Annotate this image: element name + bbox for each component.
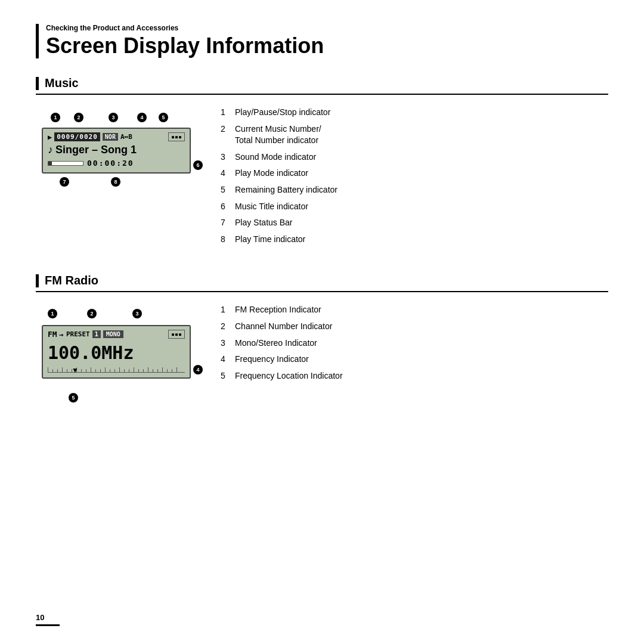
freq-tick [100,369,101,372]
music-ann-7: 7 [60,177,69,187]
freq-display: 100.0MHz [48,342,185,363]
freq-tick [157,369,158,372]
music-ann-5: 5 [159,113,168,122]
antenna-icon: ↗ [57,330,66,339]
fm-list-text-4: Frequency Indicator [235,354,309,366]
music-list-text-3: Sound Mode indicator [235,151,316,163]
footer: 10 [36,613,60,626]
music-ann-2: 2 [74,113,83,122]
music-list-num-2: 2 [221,123,235,135]
music-list-item-5: 5 Remaining Battery indicator [221,184,608,196]
freq-tick [148,367,148,372]
music-list-text-6: Music Title indicator [235,201,308,213]
freq-tick [52,369,53,372]
freq-tick [138,369,139,372]
freq-tick [167,369,168,372]
freq-tick [105,367,106,372]
music-list-text-1: Play/Pause/Stop indicator [235,107,330,119]
freq-tick [81,369,82,372]
freq-tick [48,367,48,372]
freq-tick [153,369,153,372]
fm-ann-1: 1 [48,309,57,318]
freq-tick [134,367,134,372]
music-section-bar [36,77,39,90]
freq-tick [172,369,172,372]
fm-list-text-2: Channel Number Indicator [235,321,332,333]
page-title: Screen Display Information [46,33,608,58]
fm-battery-icon: ▪▪▪ [168,330,185,339]
fm-list-item-3: 3 Mono/Stereo Indicator [221,338,608,349]
fm-ann-4: 4 [193,365,203,374]
music-list-text-5: Remaining Battery indicator [235,184,338,196]
fm-ann-5: 5 [69,393,78,402]
freq-tick [67,369,67,372]
fm-ann-3: 3 [132,309,142,318]
fm-list-num-5: 5 [221,370,235,382]
fm-list-item-4: 4 Frequency Indicator [221,354,608,366]
music-list-num-3: 3 [221,151,235,163]
freq-bar: ▼ [48,366,185,373]
fm-list-num-2: 2 [221,321,235,333]
fm-ann-2: 2 [87,309,97,318]
fm-list-num-3: 3 [221,338,235,349]
fm-section-header: FM Radio [36,274,608,292]
music-list-text-4: Play Mode indicator [235,168,308,179]
music-ann-4: 4 [137,113,147,122]
nor-badge: NOR [103,133,118,141]
battery-icon: ▪▪▪ [168,132,185,141]
music-list-item-1: 1 Play/Pause/Stop indicator [221,107,608,119]
music-list-num-1: 1 [221,107,235,119]
music-list-item-8: 8 Play Time indicator [221,234,608,246]
freq-tick [57,369,58,372]
preset-badge: PRESET [66,330,90,338]
fm-list-text-5: Frequency Location Indicator [235,370,343,382]
ab-badge: A↔B [120,133,132,141]
freq-tick [119,367,120,372]
music-list-text-7: Play Status Bar [235,217,293,229]
track-nums: 0009/0020 [54,132,100,141]
fm-list-item-5: 5 Frequency Location Indicator [221,370,608,382]
fm-device-display: FM ↗ PRESET 1 MONO ▪▪▪ 100.0MHz [42,325,191,379]
channel-num: 1 [92,330,101,338]
music-list-text-8: Play Time indicator [235,234,305,246]
music-ann-8: 8 [111,177,120,187]
time-display: 00:00:20 [87,159,134,168]
header-section: Checking the Product and Accessories Scr… [36,24,608,58]
freq-tick [177,367,177,372]
music-list-num-7: 7 [221,217,235,229]
music-section-content: 1 2 3 4 5 [36,107,608,250]
music-list-num-4: 4 [221,168,235,179]
fm-info-list: 1 FM Reception Indicator 2 Channel Numbe… [221,304,608,386]
music-list-item-3: 3 Sound Mode indicator [221,151,608,163]
music-note-icon: ♪ [48,144,53,156]
fm-top-row: FM ↗ PRESET 1 MONO ▪▪▪ [48,330,185,339]
music-ann-3: 3 [109,113,118,122]
music-title-text: Singer – Song 1 [55,144,137,156]
freq-tick [91,367,91,372]
fm-list-num-1: 1 [221,304,235,316]
fm-list-item-1: 1 FM Reception Indicator [221,304,608,316]
music-list-num-8: 8 [221,234,235,246]
fm-section-title: FM Radio [45,274,98,287]
music-list-num-5: 5 [221,184,235,196]
freq-tick [114,369,115,372]
music-list-item-4: 4 Play Mode indicator [221,168,608,179]
fm-list-num-4: 4 [221,354,235,366]
checking-label: Checking the Product and Accessories [46,24,608,32]
page-container: Checking the Product and Accessories Scr… [0,0,644,644]
music-list-item-2: 2 Current Music Number/Total Number indi… [221,123,608,147]
freq-tick [86,369,86,372]
freq-tick [95,369,96,372]
play-icon: ▶ [48,133,52,141]
progress-bar-fill [48,162,52,165]
freq-tick [162,367,163,372]
music-top-row: ▶ 0009/0020 NOR A↔B ▪▪▪ [48,132,185,141]
music-list-text-2: Current Music Number/Total Number indica… [235,123,321,147]
freq-tick [143,369,144,372]
music-device-display: ▶ 0009/0020 NOR A↔B ▪▪▪ ♪ Singer – Song … [42,128,191,174]
music-ann-1: 1 [51,113,60,122]
freq-tick [129,369,129,372]
mono-badge: MONO [103,330,123,338]
fm-list-text-3: Mono/Stereo Indicator [235,338,317,349]
music-list-item-7: 7 Play Status Bar [221,217,608,229]
